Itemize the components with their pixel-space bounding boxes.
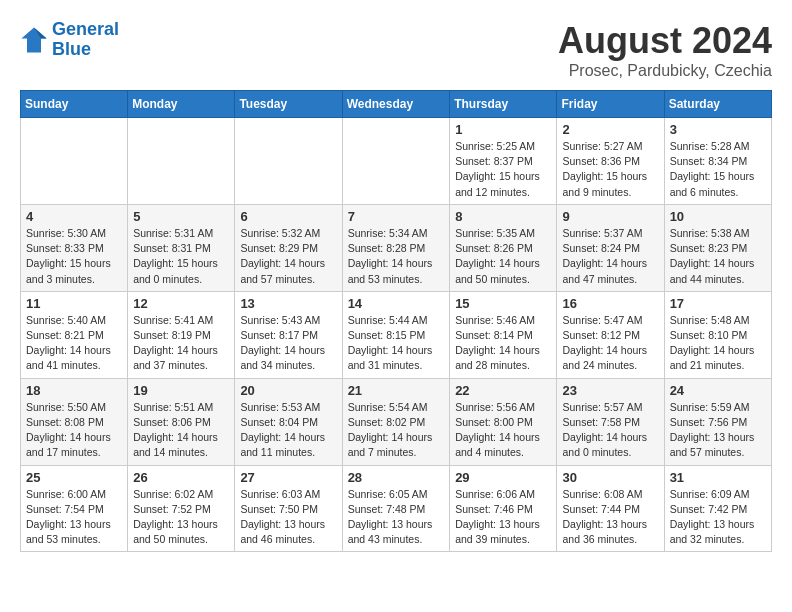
day-info: Sunrise: 5:43 AM Sunset: 8:17 PM Dayligh… [240,313,336,374]
weekday-header: Saturday [664,91,771,118]
logo-text: General Blue [52,20,119,60]
calendar-cell: 5Sunrise: 5:31 AM Sunset: 8:31 PM Daylig… [128,204,235,291]
calendar-cell: 26Sunrise: 6:02 AM Sunset: 7:52 PM Dayli… [128,465,235,552]
weekday-header: Tuesday [235,91,342,118]
day-number: 20 [240,383,336,398]
calendar-header-row: SundayMondayTuesdayWednesdayThursdayFrid… [21,91,772,118]
day-number: 7 [348,209,445,224]
day-info: Sunrise: 6:09 AM Sunset: 7:42 PM Dayligh… [670,487,766,548]
calendar-cell: 4Sunrise: 5:30 AM Sunset: 8:33 PM Daylig… [21,204,128,291]
calendar: SundayMondayTuesdayWednesdayThursdayFrid… [20,90,772,552]
day-number: 25 [26,470,122,485]
day-info: Sunrise: 6:08 AM Sunset: 7:44 PM Dayligh… [562,487,658,548]
calendar-cell: 22Sunrise: 5:56 AM Sunset: 8:00 PM Dayli… [450,378,557,465]
day-info: Sunrise: 5:54 AM Sunset: 8:02 PM Dayligh… [348,400,445,461]
calendar-cell: 10Sunrise: 5:38 AM Sunset: 8:23 PM Dayli… [664,204,771,291]
title-area: August 2024 Prosec, Pardubicky, Czechia [558,20,772,80]
day-info: Sunrise: 6:00 AM Sunset: 7:54 PM Dayligh… [26,487,122,548]
logo: General Blue [20,20,119,60]
day-info: Sunrise: 5:35 AM Sunset: 8:26 PM Dayligh… [455,226,551,287]
day-info: Sunrise: 5:50 AM Sunset: 8:08 PM Dayligh… [26,400,122,461]
day-info: Sunrise: 5:31 AM Sunset: 8:31 PM Dayligh… [133,226,229,287]
day-info: Sunrise: 5:38 AM Sunset: 8:23 PM Dayligh… [670,226,766,287]
calendar-cell: 14Sunrise: 5:44 AM Sunset: 8:15 PM Dayli… [342,291,450,378]
day-number: 24 [670,383,766,398]
day-number: 22 [455,383,551,398]
day-info: Sunrise: 5:27 AM Sunset: 8:36 PM Dayligh… [562,139,658,200]
day-number: 8 [455,209,551,224]
day-info: Sunrise: 5:32 AM Sunset: 8:29 PM Dayligh… [240,226,336,287]
day-number: 23 [562,383,658,398]
day-info: Sunrise: 5:48 AM Sunset: 8:10 PM Dayligh… [670,313,766,374]
calendar-cell: 24Sunrise: 5:59 AM Sunset: 7:56 PM Dayli… [664,378,771,465]
day-number: 6 [240,209,336,224]
day-number: 30 [562,470,658,485]
calendar-cell: 29Sunrise: 6:06 AM Sunset: 7:46 PM Dayli… [450,465,557,552]
calendar-cell: 3Sunrise: 5:28 AM Sunset: 8:34 PM Daylig… [664,118,771,205]
day-info: Sunrise: 5:30 AM Sunset: 8:33 PM Dayligh… [26,226,122,287]
weekday-header: Friday [557,91,664,118]
calendar-cell: 20Sunrise: 5:53 AM Sunset: 8:04 PM Dayli… [235,378,342,465]
day-number: 19 [133,383,229,398]
calendar-cell: 17Sunrise: 5:48 AM Sunset: 8:10 PM Dayli… [664,291,771,378]
day-number: 29 [455,470,551,485]
day-info: Sunrise: 5:46 AM Sunset: 8:14 PM Dayligh… [455,313,551,374]
month-title: August 2024 [558,20,772,62]
calendar-week-row: 1Sunrise: 5:25 AM Sunset: 8:37 PM Daylig… [21,118,772,205]
calendar-week-row: 18Sunrise: 5:50 AM Sunset: 8:08 PM Dayli… [21,378,772,465]
weekday-header: Wednesday [342,91,450,118]
calendar-cell: 31Sunrise: 6:09 AM Sunset: 7:42 PM Dayli… [664,465,771,552]
day-info: Sunrise: 5:47 AM Sunset: 8:12 PM Dayligh… [562,313,658,374]
calendar-cell: 1Sunrise: 5:25 AM Sunset: 8:37 PM Daylig… [450,118,557,205]
day-number: 1 [455,122,551,137]
calendar-week-row: 4Sunrise: 5:30 AM Sunset: 8:33 PM Daylig… [21,204,772,291]
calendar-cell: 2Sunrise: 5:27 AM Sunset: 8:36 PM Daylig… [557,118,664,205]
calendar-cell: 15Sunrise: 5:46 AM Sunset: 8:14 PM Dayli… [450,291,557,378]
day-number: 10 [670,209,766,224]
day-number: 26 [133,470,229,485]
day-info: Sunrise: 5:59 AM Sunset: 7:56 PM Dayligh… [670,400,766,461]
calendar-cell: 6Sunrise: 5:32 AM Sunset: 8:29 PM Daylig… [235,204,342,291]
location: Prosec, Pardubicky, Czechia [558,62,772,80]
day-info: Sunrise: 5:44 AM Sunset: 8:15 PM Dayligh… [348,313,445,374]
day-info: Sunrise: 5:51 AM Sunset: 8:06 PM Dayligh… [133,400,229,461]
day-number: 17 [670,296,766,311]
page-header: General Blue August 2024 Prosec, Pardubi… [20,20,772,80]
logo-line1: General [52,19,119,39]
calendar-cell: 7Sunrise: 5:34 AM Sunset: 8:28 PM Daylig… [342,204,450,291]
day-number: 31 [670,470,766,485]
calendar-cell: 23Sunrise: 5:57 AM Sunset: 7:58 PM Dayli… [557,378,664,465]
calendar-cell: 13Sunrise: 5:43 AM Sunset: 8:17 PM Dayli… [235,291,342,378]
day-number: 21 [348,383,445,398]
day-info: Sunrise: 5:53 AM Sunset: 8:04 PM Dayligh… [240,400,336,461]
calendar-week-row: 25Sunrise: 6:00 AM Sunset: 7:54 PM Dayli… [21,465,772,552]
day-number: 16 [562,296,658,311]
day-number: 27 [240,470,336,485]
day-number: 12 [133,296,229,311]
calendar-cell: 27Sunrise: 6:03 AM Sunset: 7:50 PM Dayli… [235,465,342,552]
day-info: Sunrise: 6:05 AM Sunset: 7:48 PM Dayligh… [348,487,445,548]
day-info: Sunrise: 6:06 AM Sunset: 7:46 PM Dayligh… [455,487,551,548]
day-info: Sunrise: 6:02 AM Sunset: 7:52 PM Dayligh… [133,487,229,548]
day-info: Sunrise: 5:57 AM Sunset: 7:58 PM Dayligh… [562,400,658,461]
day-info: Sunrise: 5:40 AM Sunset: 8:21 PM Dayligh… [26,313,122,374]
day-number: 11 [26,296,122,311]
day-info: Sunrise: 5:25 AM Sunset: 8:37 PM Dayligh… [455,139,551,200]
day-number: 13 [240,296,336,311]
day-info: Sunrise: 6:03 AM Sunset: 7:50 PM Dayligh… [240,487,336,548]
logo-line2: Blue [52,39,91,59]
day-info: Sunrise: 5:37 AM Sunset: 8:24 PM Dayligh… [562,226,658,287]
day-info: Sunrise: 5:56 AM Sunset: 8:00 PM Dayligh… [455,400,551,461]
calendar-cell: 21Sunrise: 5:54 AM Sunset: 8:02 PM Dayli… [342,378,450,465]
day-number: 18 [26,383,122,398]
calendar-cell: 9Sunrise: 5:37 AM Sunset: 8:24 PM Daylig… [557,204,664,291]
calendar-cell: 16Sunrise: 5:47 AM Sunset: 8:12 PM Dayli… [557,291,664,378]
day-number: 14 [348,296,445,311]
calendar-cell: 19Sunrise: 5:51 AM Sunset: 8:06 PM Dayli… [128,378,235,465]
weekday-header: Monday [128,91,235,118]
svg-marker-0 [21,27,46,52]
day-info: Sunrise: 5:41 AM Sunset: 8:19 PM Dayligh… [133,313,229,374]
day-number: 15 [455,296,551,311]
calendar-cell [21,118,128,205]
calendar-cell [342,118,450,205]
